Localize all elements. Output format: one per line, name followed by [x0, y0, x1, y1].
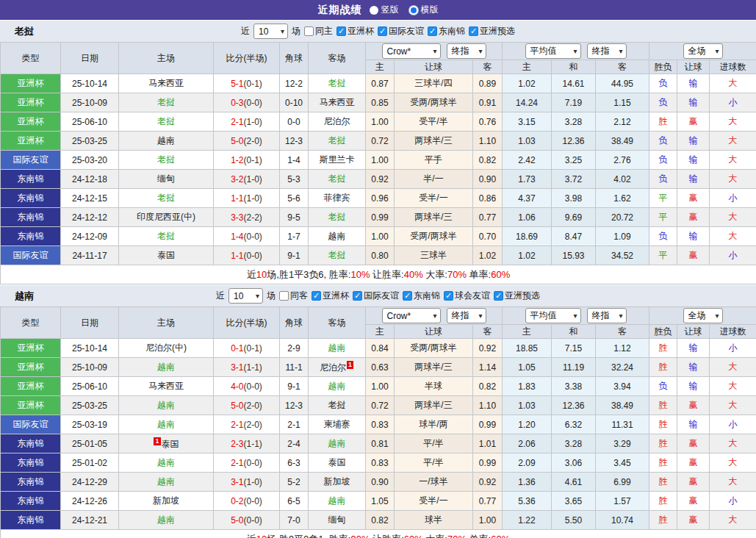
filter-option[interactable]: ✓亚洲杯 [312, 290, 349, 302]
home-team-cell: 印度尼西亚(中) [119, 208, 214, 227]
filter-option[interactable]: ✓国际友谊 [353, 290, 399, 302]
home-team-name: 老挝 [157, 193, 175, 203]
near-count-select[interactable]: 10 ▾ [228, 288, 263, 304]
result-goals: 大 [710, 132, 756, 151]
match-row: 亚洲杯25-03-25越南5-0(2-0)12-3老挝0.72两球半/三1.10… [1, 132, 756, 151]
near-count-select[interactable]: 10 ▾ [253, 24, 288, 39]
checkbox-checked-icon[interactable]: ✓ [469, 26, 478, 36]
home-team-cell: 老挝 [119, 227, 214, 246]
checkbox-unchecked-icon[interactable] [279, 291, 289, 301]
radio-option-vertical[interactable]: 竖版 [370, 4, 399, 16]
filter-option[interactable]: ✓亚洲预选 [469, 25, 515, 37]
radio-icon[interactable] [409, 6, 418, 15]
final-index-select[interactable]: 终指 ▾ [447, 308, 486, 323]
average-select[interactable]: 平均值 ▾ [525, 308, 581, 323]
away-team-cell: 新加坡 [309, 473, 366, 492]
score-cell: 2-1(0-0) [214, 453, 280, 473]
fullmatch-select[interactable]: 全场 ▾ [683, 308, 723, 323]
date-cell: 24-12-29 [61, 473, 119, 492]
final-index-select-2[interactable]: 终指 ▾ [587, 43, 627, 59]
home-team-name: 尼泊尔(中) [145, 342, 187, 353]
filter-option[interactable]: ✓东南锦 [428, 25, 465, 37]
checkbox-unchecked-icon[interactable] [304, 26, 314, 36]
halftime-score: (0-0) [244, 98, 262, 108]
radio-label: 横版 [421, 4, 439, 16]
home-team-cell: 新加坡 [119, 492, 214, 511]
checkbox-checked-icon[interactable]: ✓ [312, 291, 321, 301]
home-team-cell: 老挝 [119, 93, 214, 112]
halftime-score: (1-0) [244, 193, 262, 204]
match-row: 国际友谊25-03-19越南2-1(2-0)2-1柬埔寨0.83球半/两0.99… [1, 415, 756, 434]
bookmaker-select[interactable]: Crow* ▾ [382, 308, 441, 323]
corner-cell: 12-2 [280, 74, 309, 93]
away-team-name: 老挝 [328, 135, 346, 146]
avg-home-odds: 2.06 [503, 434, 552, 453]
filter-option[interactable]: ✓东南锦 [403, 290, 440, 302]
avg-away-odds: 6.99 [596, 473, 649, 492]
result-wdl: 胜 [649, 492, 677, 511]
crow-away-odds: 1.00 [473, 511, 503, 530]
result-handicap: 输 [677, 132, 710, 151]
result-handicap: 赢 [677, 511, 710, 530]
fullmatch-select[interactable]: 全场 ▾ [683, 43, 723, 59]
sub-header-handicap: 让球 [395, 60, 473, 74]
filter-list: 同主✓亚洲杯✓国际友谊✓东南锦✓亚洲预选 [304, 25, 515, 37]
halftime-score: (0-0) [244, 515, 262, 526]
away-team-cell: 老挝 [309, 132, 366, 151]
result-handicap: 赢 [677, 112, 710, 132]
avg-draw-odds: 8.47 [552, 227, 596, 246]
checkbox-checked-icon[interactable]: ✓ [428, 26, 437, 36]
crow-away-odds: 0.77 [473, 492, 503, 511]
filter-option[interactable]: 同客 [279, 290, 308, 302]
score-cell: 5-0(2-0) [214, 396, 280, 415]
filter-label: 国际友谊 [389, 25, 424, 37]
match-row: 东南锦24-12-12印度尼西亚(中)3-3(2-2)9-5老挝0.99两球半/… [1, 208, 756, 227]
date-cell: 24-12-12 [61, 208, 119, 227]
checkbox-checked-icon[interactable]: ✓ [494, 291, 503, 301]
radio-icon[interactable] [370, 6, 378, 15]
crow-away-odds: 0.70 [473, 227, 503, 246]
result-goals: 小 [710, 492, 756, 511]
match-row: 亚洲杯25-10-14尼泊尔(中)0-1(0-1)2-9越南0.84受两/两球半… [1, 339, 756, 358]
filter-option[interactable]: ✓国际友谊 [378, 25, 424, 37]
bookmaker-select[interactable]: Crow* ▾ [382, 43, 441, 59]
filter-option[interactable]: ✓亚洲杯 [336, 25, 374, 37]
checkbox-checked-icon[interactable]: ✓ [403, 291, 412, 301]
crow-home-odds: 0.83 [366, 453, 395, 473]
avg-home-odds: 1.03 [503, 396, 552, 415]
final-index-select[interactable]: 终指 ▾ [447, 43, 486, 59]
away-team-cell: 越南 [309, 377, 366, 396]
col-header-type: 类型 [1, 43, 61, 74]
checkbox-checked-icon[interactable]: ✓ [444, 291, 453, 301]
filter-option[interactable]: ✓亚洲预选 [494, 290, 540, 302]
away-team-name: 菲律宾 [324, 193, 350, 203]
filter-label: 亚洲杯 [348, 25, 374, 37]
checkbox-checked-icon[interactable]: ✓ [353, 291, 362, 301]
checkbox-checked-icon[interactable]: ✓ [378, 26, 387, 36]
halftime-score: (2-0) [244, 136, 262, 146]
final-index-select-2[interactable]: 终指 ▾ [587, 308, 627, 323]
fulltime-score: 5-0 [231, 515, 243, 526]
result-handicap: 赢 [677, 473, 710, 492]
score-cell: 5-1(0-1) [214, 74, 280, 93]
handicap-cell: 球半 [395, 511, 473, 530]
result-goals: 大 [710, 170, 756, 189]
chevron-down-icon: ▾ [716, 47, 719, 55]
col-header-away: 客场 [309, 43, 366, 74]
fulltime-score: 0-3 [231, 98, 243, 108]
filter-option[interactable]: ✓球会友谊 [444, 290, 490, 302]
radio-option-horizontal[interactable]: 横版 [409, 4, 439, 16]
filter-option[interactable]: 同主 [304, 25, 333, 37]
avg-draw-odds: 7.15 [552, 339, 596, 358]
crow-away-odds: 0.92 [473, 339, 503, 358]
average-select[interactable]: 平均值 ▾ [525, 43, 581, 59]
crow-away-odds: 1.10 [473, 396, 503, 415]
fulltime-score: 5-1 [231, 79, 243, 89]
result-handicap: 赢 [677, 492, 710, 511]
avg-home-odds: 14.24 [503, 93, 552, 112]
result-wdl: 平 [649, 246, 677, 265]
score-cell: 5-0(2-0) [214, 132, 280, 151]
team-section: 老挝 近 10 ▾ 场 同主✓亚洲杯✓国际友谊✓东南锦✓亚洲预选 [0, 20, 756, 284]
avg-home-odds: 5.36 [503, 492, 552, 511]
checkbox-checked-icon[interactable]: ✓ [336, 26, 346, 36]
